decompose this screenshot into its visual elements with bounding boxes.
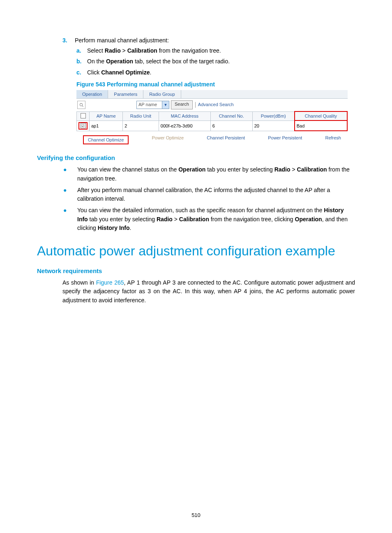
cell-mac: 000f-e27b-3d90 (159, 121, 210, 131)
col-power: Power(dBm) (252, 111, 295, 121)
section-heading: Automatic power adjustment configuration… (37, 243, 355, 260)
svg-point-0 (80, 103, 82, 106)
channel-optimize-link[interactable]: Channel Optimize (83, 135, 129, 144)
row-checkbox[interactable]: ☑ (81, 123, 86, 128)
cell-ap-name: ap1 (90, 121, 123, 131)
verify-heading: Verifying the configuration (37, 154, 355, 161)
col-radio-unit: Radio Unit (123, 111, 159, 121)
cell-power: 20 (252, 121, 295, 131)
verify-bullet-3: You can view the detailed information, s… (77, 206, 355, 233)
cell-radio-unit: 2 (123, 121, 159, 131)
step-number: 3. (62, 37, 75, 44)
bullet-icon: ● (63, 186, 77, 204)
substep-c-letter: c. (76, 68, 87, 77)
figure-caption: Figure 543 Performing manual channel adj… (76, 81, 355, 88)
search-icon (77, 101, 85, 109)
page-number: 510 (0, 512, 392, 518)
search-button[interactable]: Search (171, 100, 193, 109)
advanced-search-link[interactable]: Advanced Search (195, 102, 234, 108)
refresh-link[interactable]: Refresh (325, 135, 341, 144)
chevron-down-icon: ▼ (162, 101, 169, 109)
substep-a-text: Select Radio > Calibration from the navi… (87, 46, 221, 55)
channel-persistent-link[interactable]: Channel Persistent (207, 135, 245, 144)
figure-screenshot: Operation Parameters Radio Group AP name… (76, 90, 348, 146)
figure-reference-link[interactable]: Figure 265 (96, 279, 124, 286)
filter-select[interactable]: AP name ▼ (136, 101, 169, 109)
bullet-icon: ● (63, 165, 77, 183)
power-persistent-link[interactable]: Power Persistent (268, 135, 302, 144)
col-ap-name: AP Name (90, 111, 123, 121)
bullet-icon: ● (63, 206, 77, 233)
verify-bullet-2: After you perform manual channel calibra… (77, 186, 355, 204)
col-mac: MAC Address (159, 111, 210, 121)
svg-line-1 (82, 106, 83, 107)
col-quality: Channel Quality (295, 111, 347, 121)
substep-b-text: On the Operation tab, select the box of … (87, 57, 230, 66)
cell-channel: 6 (210, 121, 252, 131)
radio-table: AP Name Radio Unit MAC Address Channel N… (76, 111, 348, 131)
tab-radio-group[interactable]: Radio Group (143, 90, 181, 98)
select-all-checkbox[interactable] (81, 113, 86, 118)
tab-operation[interactable]: Operation (76, 90, 108, 98)
cell-quality: Bad (295, 121, 347, 131)
substep-c-text: Click Channel Optimize. (87, 68, 151, 77)
col-channel: Channel No. (210, 111, 252, 121)
filter-select-value: AP name (137, 101, 162, 109)
network-req-heading: Network requirements (37, 267, 355, 274)
network-req-paragraph: As shown in Figure 265, AP 1 through AP … (62, 278, 355, 305)
verify-bullet-1: You can view the channel status on the O… (77, 165, 355, 183)
substep-a-letter: a. (76, 46, 87, 55)
substep-b-letter: b. (76, 57, 87, 66)
power-optimize-link[interactable]: Power Optimize (152, 135, 184, 144)
table-row: ☑ ap1 2 000f-e27b-3d90 6 20 Bad (77, 121, 348, 131)
tab-parameters[interactable]: Parameters (108, 90, 143, 98)
step-text: Perform manual channel adjustment: (75, 37, 169, 44)
